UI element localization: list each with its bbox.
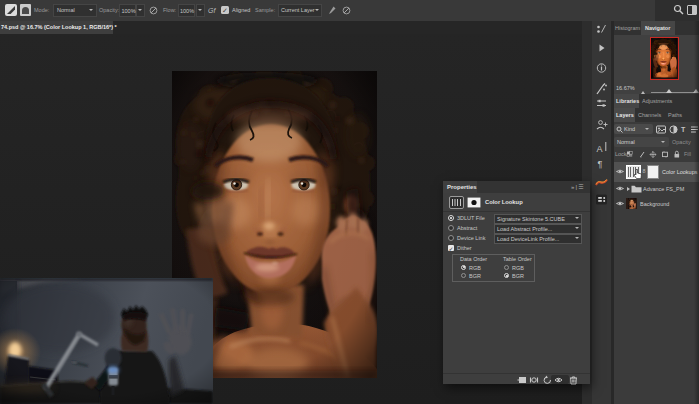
svg-text:¶: ¶ [598,159,603,169]
svg-text:A: A [597,144,603,154]
